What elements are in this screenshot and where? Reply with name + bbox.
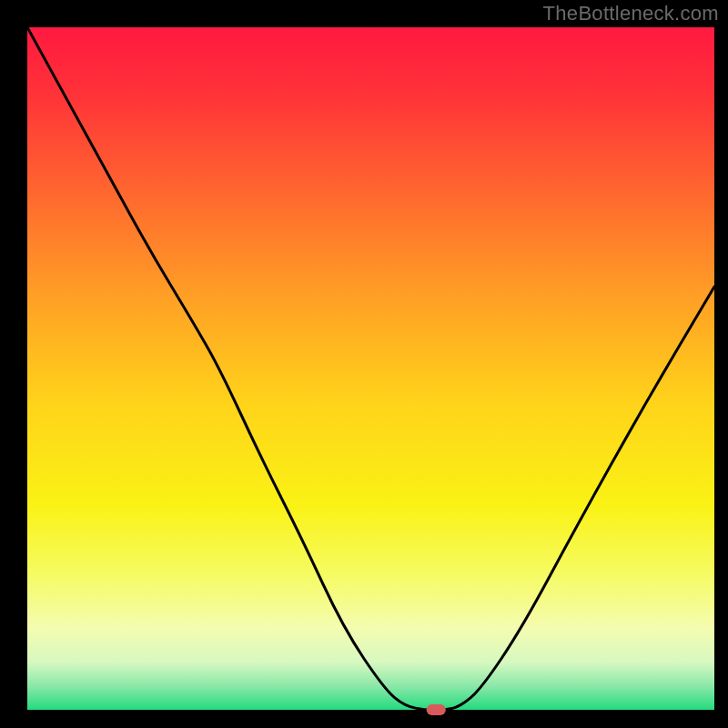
optimal-marker: [427, 704, 446, 715]
plot-background: [27, 27, 714, 710]
chart-frame: TheBottleneck.com: [0, 0, 728, 728]
watermark-text: TheBottleneck.com: [543, 2, 719, 25]
bottleneck-chart: [0, 0, 728, 728]
